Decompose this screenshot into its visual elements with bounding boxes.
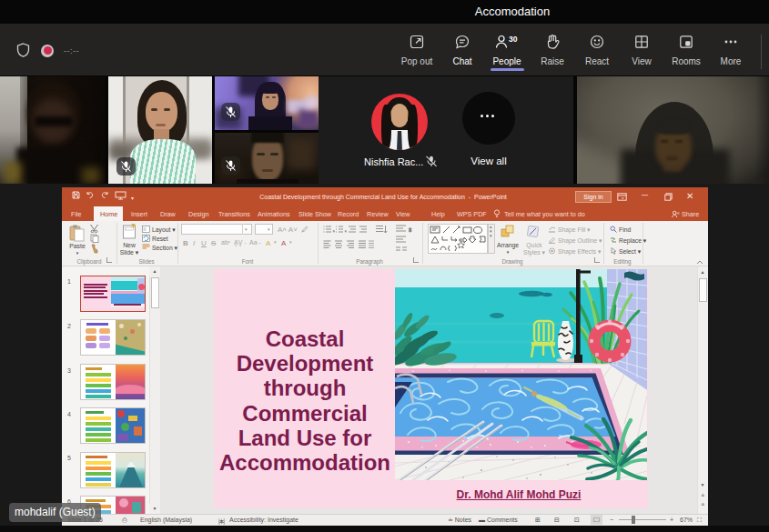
svg-text:▾: ▾ bbox=[345, 228, 348, 234]
svg-text:30: 30 bbox=[509, 35, 518, 44]
svg-text:▾: ▾ bbox=[333, 228, 336, 234]
svg-text:⇕: ⇕ bbox=[408, 227, 412, 233]
